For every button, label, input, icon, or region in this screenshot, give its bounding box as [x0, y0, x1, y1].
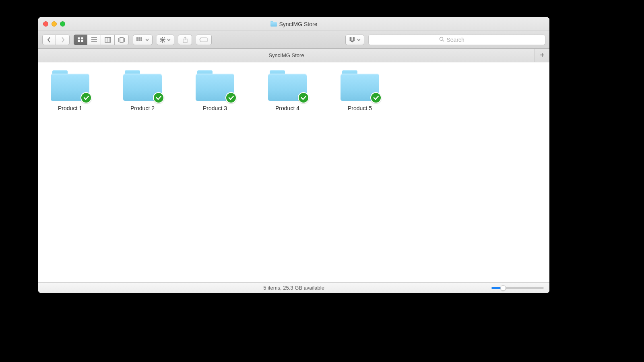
sync-check-icon — [153, 92, 164, 103]
share-button[interactable] — [178, 35, 192, 45]
svg-marker-32 — [352, 39, 355, 41]
svg-rect-18 — [140, 39, 142, 41]
folder-icon — [341, 70, 379, 101]
folder-label: Product 4 — [275, 105, 299, 111]
sync-check-icon — [298, 92, 309, 103]
svg-rect-22 — [160, 39, 161, 40]
svg-rect-21 — [162, 41, 163, 43]
svg-point-34 — [440, 37, 443, 40]
svg-rect-15 — [140, 37, 142, 39]
search-field[interactable] — [368, 35, 545, 45]
svg-point-19 — [161, 38, 164, 41]
coverflow-view-button[interactable] — [115, 35, 129, 45]
folder-item[interactable]: Product 4 — [265, 70, 310, 111]
zoom-slider[interactable] — [491, 287, 544, 289]
folder-label: Product 3 — [203, 105, 227, 111]
chevron-down-icon — [357, 39, 361, 41]
svg-marker-30 — [352, 37, 355, 39]
folder-icon — [123, 70, 162, 101]
plus-icon: + — [540, 51, 545, 60]
forward-button[interactable] — [56, 35, 70, 45]
folder-item[interactable]: Product 2 — [120, 70, 165, 111]
svg-rect-24 — [160, 37, 162, 39]
zoom-slider-thumb[interactable] — [500, 285, 506, 291]
window-title: SyncIMG Store — [38, 21, 549, 27]
tags-button[interactable] — [196, 35, 212, 45]
svg-line-35 — [442, 40, 444, 41]
svg-rect-13 — [136, 37, 138, 39]
window-title-text: SyncIMG Store — [279, 21, 318, 27]
search-icon — [439, 36, 444, 43]
sync-check-icon — [370, 92, 382, 103]
folder-icon — [268, 70, 307, 101]
svg-rect-2 — [78, 40, 80, 42]
svg-rect-1 — [81, 37, 83, 39]
svg-rect-10 — [120, 37, 123, 42]
toolbar — [38, 31, 549, 49]
column-view-button[interactable] — [101, 35, 115, 45]
folder-item[interactable]: Product 3 — [193, 70, 237, 111]
icon-view-button[interactable] — [74, 35, 87, 45]
titlebar: SyncIMG Store — [38, 17, 549, 31]
chevron-down-icon — [167, 39, 171, 41]
arrange-button[interactable] — [133, 35, 153, 45]
svg-rect-3 — [81, 40, 83, 42]
svg-rect-14 — [138, 37, 140, 39]
svg-rect-23 — [164, 39, 165, 40]
folder-label: Product 5 — [348, 105, 372, 111]
svg-rect-25 — [163, 41, 165, 42]
folder-label: Product 1 — [58, 105, 82, 111]
folder-icon — [51, 70, 89, 101]
finder-window: SyncIMG Store — [38, 17, 549, 293]
sync-check-icon — [80, 92, 92, 103]
minimize-button[interactable] — [52, 21, 57, 27]
folder-icon — [270, 21, 277, 27]
svg-rect-27 — [160, 40, 162, 42]
chevron-down-icon — [145, 39, 149, 41]
svg-rect-0 — [78, 37, 80, 39]
back-button[interactable] — [42, 35, 56, 45]
search-input[interactable] — [447, 37, 475, 43]
svg-marker-31 — [349, 39, 352, 41]
tab-label: SyncIMG Store — [268, 52, 304, 58]
svg-rect-26 — [163, 37, 165, 39]
close-button[interactable] — [43, 21, 48, 27]
dropbox-button[interactable] — [345, 35, 364, 45]
folder-label: Product 2 — [130, 105, 155, 111]
nav-buttons — [42, 35, 70, 45]
tab-current[interactable]: SyncIMG Store — [38, 49, 535, 62]
status-bar: 5 items, 25.3 GB available — [38, 282, 549, 293]
view-buttons — [74, 35, 129, 45]
svg-rect-17 — [138, 39, 140, 41]
window-controls — [43, 21, 65, 27]
folder-icon — [196, 70, 234, 101]
maximize-button[interactable] — [60, 21, 65, 27]
svg-rect-16 — [136, 39, 138, 41]
svg-rect-7 — [105, 37, 111, 42]
svg-marker-33 — [351, 40, 354, 42]
file-grid[interactable]: Product 1Product 2Product 3Product 4Prod… — [38, 62, 549, 282]
svg-marker-29 — [349, 37, 352, 39]
folder-item[interactable]: Product 5 — [338, 70, 382, 111]
tab-bar: SyncIMG Store + — [38, 49, 549, 62]
action-button[interactable] — [157, 35, 174, 45]
new-tab-button[interactable]: + — [535, 49, 549, 62]
sync-check-icon — [225, 92, 237, 103]
svg-rect-20 — [162, 37, 163, 38]
list-view-button[interactable] — [87, 35, 101, 45]
status-text: 5 items, 25.3 GB available — [263, 285, 324, 291]
folder-item[interactable]: Product 1 — [48, 70, 92, 111]
